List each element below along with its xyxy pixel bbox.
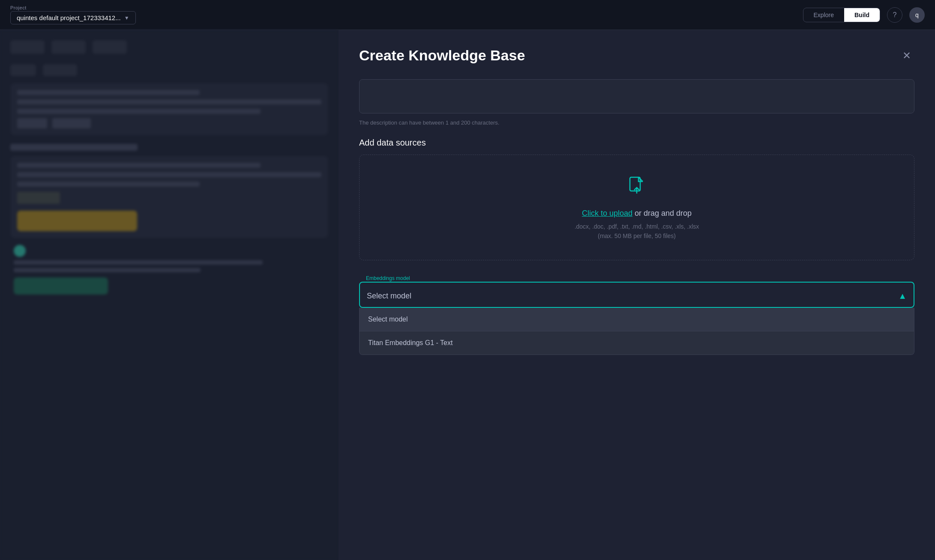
embeddings-select[interactable]: Select model ▲ [359, 282, 914, 308]
description-hint: The description can have between 1 and 2… [359, 119, 914, 126]
dropdown-item-label: Select model [368, 316, 408, 323]
close-button[interactable]: ✕ [899, 48, 914, 63]
explore-button[interactable]: Explore [803, 8, 844, 22]
avatar[interactable]: q [909, 7, 925, 23]
upload-file-icon [626, 176, 647, 200]
dropdown-item-titan[interactable]: Titan Embeddings G1 - Text [360, 331, 914, 354]
upload-zone[interactable]: Click to upload or drag and drop .docx, … [359, 155, 914, 260]
chevron-up-icon: ▲ [898, 291, 907, 301]
embeddings-label: Embeddings model [364, 275, 412, 281]
chevron-down-icon: ▼ [124, 15, 129, 21]
panel-title: Create Knowledge Base [359, 47, 525, 64]
right-panel: Create Knowledge Base ✕ The description … [339, 30, 935, 560]
upload-text: Click to upload or drag and drop [582, 209, 692, 218]
embeddings-wrapper: Embeddings model Select model ▲ Select m… [359, 274, 914, 355]
upload-or-text: or drag and drop [632, 209, 692, 217]
help-button[interactable]: ? [887, 7, 902, 23]
project-label: Project [10, 5, 136, 10]
upload-formats: .docx, .doc, .pdf, .txt, .md, .html, .cs… [575, 223, 699, 230]
main-area: Create Knowledge Base ✕ The description … [0, 30, 935, 560]
project-name: quintes default project_172333412... [17, 14, 121, 21]
topbar: Project quintes default project_17233341… [0, 0, 935, 30]
add-sources-title: Add data sources [359, 138, 914, 148]
dropdown-item-label: Titan Embeddings G1 - Text [368, 339, 453, 346]
dropdown-item-select-model[interactable]: Select model [360, 308, 914, 331]
upload-limits: (max. 50 MB per file, 50 files) [598, 232, 676, 239]
project-selector-area: Project quintes default project_17233341… [10, 5, 136, 24]
description-input[interactable] [359, 79, 914, 113]
project-dropdown[interactable]: quintes default project_172333412... ▼ [10, 11, 136, 24]
select-model-value: Select model [367, 292, 411, 301]
nav-toggle: Explore Build [803, 8, 880, 22]
upload-link[interactable]: Click to upload [582, 209, 632, 217]
embeddings-dropdown: Select model Titan Embeddings G1 - Text [359, 308, 914, 355]
build-button[interactable]: Build [844, 8, 880, 22]
left-panel [0, 30, 339, 560]
panel-header: Create Knowledge Base ✕ [359, 47, 914, 64]
topbar-right: Explore Build ? q [803, 7, 925, 23]
